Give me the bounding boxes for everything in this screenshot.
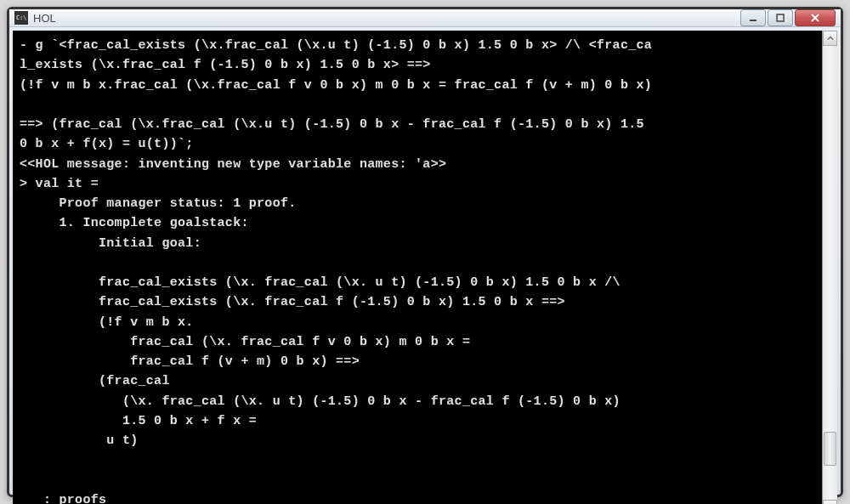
scroll-up-button[interactable]	[823, 31, 837, 46]
window-title: HOL	[33, 12, 740, 25]
app-icon-text: C:\	[16, 14, 27, 21]
terminal-container: - g `<frac_cal_exists (\x.frac_cal (\x.u…	[9, 27, 841, 504]
scroll-thumb[interactable]	[824, 432, 836, 466]
scroll-track[interactable]	[823, 46, 837, 500]
window-frame: C:\ HOL - g `<frac_cal_exists (\x.frac_c…	[7, 7, 843, 497]
close-icon	[811, 14, 819, 22]
close-button[interactable]	[795, 9, 836, 26]
maximize-icon	[776, 14, 785, 22]
titlebar[interactable]: C:\ HOL	[9, 9, 841, 27]
app-icon: C:\	[14, 11, 28, 25]
svg-rect-0	[750, 20, 756, 21]
minimize-button[interactable]	[740, 9, 766, 26]
vertical-scrollbar[interactable]	[822, 31, 837, 504]
minimize-icon	[749, 14, 757, 22]
maximize-button[interactable]	[768, 9, 793, 26]
scroll-down-button[interactable]	[823, 500, 837, 504]
titlebar-buttons	[740, 9, 836, 26]
terminal-output[interactable]: - g `<frac_cal_exists (\x.frac_cal (\x.u…	[13, 31, 822, 504]
chevron-up-icon	[827, 35, 834, 42]
svg-rect-1	[777, 14, 784, 21]
